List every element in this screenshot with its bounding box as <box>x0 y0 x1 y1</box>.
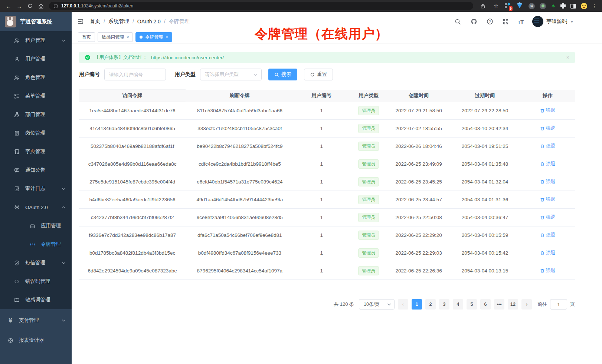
goto-page-input[interactable] <box>550 299 567 310</box>
share-icon[interactable] <box>479 2 487 10</box>
log-icon <box>14 186 20 192</box>
force-logout-button[interactable]: 强退 <box>540 249 556 256</box>
browser-menu-icon[interactable]: ⋮ <box>592 3 597 9</box>
sidebar-item-sensitive-word[interactable]: 敏感词管理 <box>0 291 72 309</box>
home-icon[interactable] <box>37 2 45 10</box>
breadcrumb-item[interactable]: 首页 <box>90 18 100 25</box>
sidebar-item-oauth2[interactable]: OAuth 2.0 <box>0 198 72 216</box>
gem-extension-icon[interactable] <box>516 2 524 10</box>
sidebar-item-post[interactable]: 岗位管理 <box>0 124 72 142</box>
page-button-6[interactable]: 6 <box>480 299 491 310</box>
force-logout-button[interactable]: 强退 <box>540 232 556 238</box>
force-logout-button[interactable]: 强退 <box>540 161 556 167</box>
sidebar-item-oauth2-app[interactable]: 应用管理 <box>0 216 72 235</box>
font-size-icon[interactable]: TT <box>518 19 524 25</box>
force-logout-button[interactable]: 强退 <box>540 107 556 114</box>
collapse-sidebar-icon[interactable] <box>77 19 84 24</box>
user-type-cell: 管理员 <box>349 173 388 191</box>
page-button-2[interactable]: 2 <box>425 299 436 310</box>
sidebar-item-user[interactable]: 用户管理 <box>0 50 72 68</box>
search-button[interactable]: 搜索 <box>268 69 297 80</box>
sidebar-item-dict[interactable]: 字典管理 <box>0 142 72 161</box>
sidebar-item-dept[interactable]: 部门管理 <box>0 105 72 124</box>
browser-chrome: ← → 127.0.0.1:1024/system/oauth2/token ☆… <box>0 0 602 12</box>
sidebar-item-sms[interactable]: 短信管理 <box>0 254 72 272</box>
extensions-grid-icon[interactable]: 9 <box>505 3 511 9</box>
site-info-icon[interactable] <box>53 4 58 9</box>
sidebar-item-report[interactable]: 报表设计器 <box>0 330 72 350</box>
help-icon[interactable]: ? <box>486 18 494 25</box>
user-id-input[interactable] <box>104 69 166 80</box>
page-button-3[interactable]: 3 <box>439 299 449 310</box>
tab-oauth2-token[interactable]: 令牌管理× <box>135 32 172 42</box>
force-logout-button[interactable]: 强退 <box>540 125 556 132</box>
search-icon[interactable] <box>454 18 462 25</box>
command-extension-icon[interactable]: ⌘ <box>529 3 535 9</box>
close-tab-icon[interactable]: × <box>166 35 168 39</box>
green-star-extension-icon[interactable]: ✶ <box>551 3 556 9</box>
content: 【用户体系】文档地址： https://doc.iocoder.cn/user-… <box>72 43 602 364</box>
breadcrumb-item[interactable]: OAuth 2.0 <box>137 19 161 24</box>
page-button-5[interactable]: 5 <box>467 299 477 310</box>
user-type-badge: 管理员 <box>358 195 379 204</box>
user-type-select[interactable]: 请选择用户类型 <box>200 69 262 80</box>
breadcrumb-item[interactable]: 系统管理 <box>108 18 129 25</box>
sidebar-item-menu[interactable]: 菜单管理 <box>0 87 72 105</box>
refresh-token-cell: 9ce8ef2aa9f14056b831ae9b608e28d5 <box>186 209 294 226</box>
alert-link[interactable]: https://doc.iocoder.cn/user-center/ <box>151 55 224 60</box>
back-icon[interactable]: ← <box>4 2 13 10</box>
sidebar-item-audit-log[interactable]: 审计日志 <box>0 179 72 198</box>
force-logout-button[interactable]: 强退 <box>540 143 556 149</box>
user-menu[interactable]: 芋道源码 ▼ <box>532 16 574 27</box>
bookmark-star-icon[interactable]: ☆ <box>492 2 500 10</box>
page-button-1[interactable]: 1 <box>412 299 422 310</box>
forward-icon[interactable]: → <box>15 2 23 10</box>
sidebar-item-notice[interactable]: 通知公告 <box>0 161 72 179</box>
prev-page-button[interactable]: ‹ <box>398 299 408 310</box>
created-time-cell: 2022-06-25 22:26:36 <box>388 262 449 280</box>
user-id-cell: 1 <box>294 262 349 280</box>
created-time-cell: 2022-06-26 18:04:46 <box>388 138 449 155</box>
tab-sensitive-word[interactable]: 敏感词管理× <box>98 32 133 42</box>
force-logout-button[interactable]: 强退 <box>540 196 556 203</box>
user-id-cell: 1 <box>294 244 349 262</box>
refresh-icon <box>310 72 315 77</box>
sidebar-item-label: 应用管理 <box>41 222 61 229</box>
reset-button[interactable]: 重置 <box>304 69 333 80</box>
expire-time-cell: 2054-03-04 00:15:42 <box>449 244 520 262</box>
page-button-4[interactable]: 4 <box>453 299 463 310</box>
chevron-down-icon: ▼ <box>570 20 574 24</box>
close-tab-icon[interactable]: × <box>127 35 129 39</box>
force-logout-button[interactable]: 强退 <box>540 267 556 274</box>
refresh-token-cell: be90422b8c7946218275a508bf524fc9 <box>186 138 294 155</box>
user-type-badge: 管理员 <box>358 159 379 169</box>
sidebar-item-role[interactable]: 角色管理 <box>0 68 72 87</box>
sidebar-item-error-code[interactable]: 错误码管理 <box>0 272 72 291</box>
app-logo[interactable]: 芋道管理系统 <box>0 12 72 31</box>
fullscreen-icon[interactable] <box>502 18 510 25</box>
sidebar-item-tenant[interactable]: 租户管理 <box>0 31 72 50</box>
address-bar[interactable]: 127.0.0.1:1024/system/oauth2/token <box>49 2 473 10</box>
reload-icon[interactable] <box>26 2 34 10</box>
force-logout-button[interactable]: 强退 <box>540 214 556 221</box>
page-button-12[interactable]: 12 <box>508 299 518 310</box>
table-row: f9336e7c7dd242a283ee98dc86b17a87dfa6c71a… <box>79 226 575 244</box>
next-page-button[interactable]: › <box>521 299 532 310</box>
token-icon: A <box>29 241 35 247</box>
puzzle-extensions-icon[interactable] <box>560 3 566 9</box>
sidebar-item-oauth2-token[interactable]: A令牌管理 <box>0 235 72 254</box>
page-size-select[interactable]: 10条/页 <box>359 299 395 310</box>
tab-home[interactable]: 首页 <box>78 32 95 42</box>
browser-profile-icon[interactable] <box>581 3 587 9</box>
recorder-extension-icon[interactable] <box>540 3 546 9</box>
refresh-token-cell: 8796295f04064c2983414cc54af1097a <box>186 262 294 280</box>
split-view-icon[interactable] <box>570 4 576 9</box>
sidebar-item-pay[interactable]: ¥支付管理 <box>0 310 72 330</box>
force-logout-button[interactable]: 强退 <box>540 178 556 185</box>
page-ellipsis[interactable]: ••• <box>494 299 504 310</box>
access-token-cell: c347026e805e4d99b0d116eae66eda8c <box>79 155 186 173</box>
close-alert-icon[interactable]: × <box>566 54 569 60</box>
user-type-badge: 管理员 <box>358 142 379 151</box>
github-icon[interactable] <box>470 18 478 25</box>
post-icon <box>14 130 20 136</box>
